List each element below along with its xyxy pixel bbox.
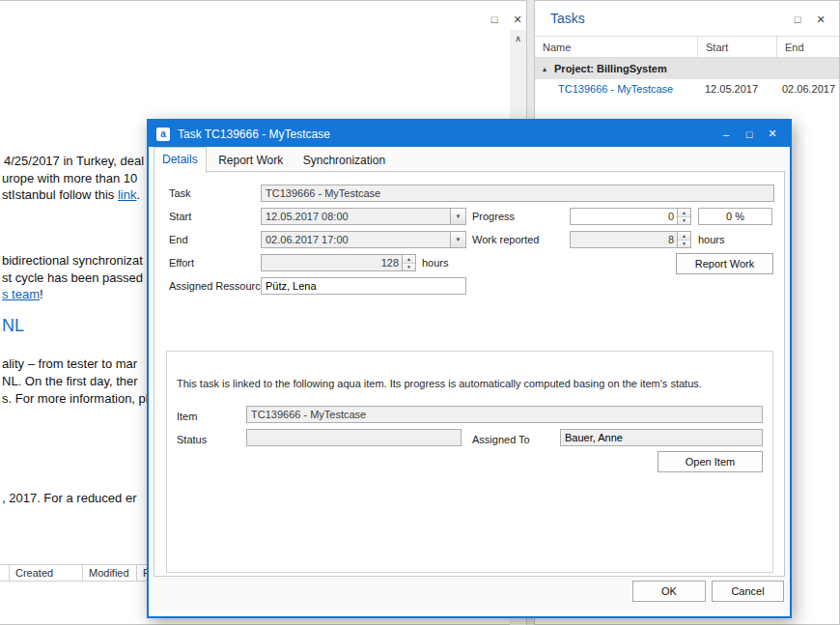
status-field[interactable]	[246, 429, 462, 446]
ok-button[interactable]: OK	[632, 581, 706, 602]
tab-synchronization[interactable]: Synchronization	[295, 149, 393, 171]
task-dialog: a Task TC139666 - MyTestcase – □ ✕ Detai…	[147, 119, 792, 618]
column-header-end[interactable]: End	[776, 37, 839, 57]
table-row[interactable]: TC139666 - MyTestcase 12.05.2017 02.06.2…	[535, 79, 839, 99]
document-text-line: , 2017. For a reduced er	[2, 491, 136, 505]
column-header-name[interactable]: Name	[535, 37, 697, 57]
document-hyperlink[interactable]: link	[118, 187, 137, 202]
table-header-indicator-cell	[0, 565, 10, 581]
document-text-line: s team!	[2, 287, 43, 301]
linked-item-description: This task is linked to the following aqu…	[177, 378, 702, 389]
tasks-grid-header: Name Start End	[535, 36, 839, 58]
chevron-down-icon[interactable]: ▼	[450, 209, 465, 224]
document-text-segment: .	[136, 187, 140, 202]
end-label: End	[169, 234, 188, 245]
spinner-buttons: ▲ ▼	[677, 232, 690, 247]
progress-percent-indicator: 0 %	[698, 208, 772, 225]
end-value: 02.06.2017 17:00	[262, 232, 450, 247]
assigned-to-value: Bauer, Anne	[561, 430, 762, 445]
spinner-buttons: ▲ ▼	[402, 255, 415, 270]
maximize-icon[interactable]: □	[738, 121, 761, 147]
document-text-line: s. For more information, pl	[2, 391, 149, 406]
close-icon[interactable]: ✕	[814, 13, 827, 26]
start-datetime-field[interactable]: 12.05.2017 08:00 ▼	[261, 208, 466, 225]
close-icon[interactable]: ✕	[761, 121, 784, 147]
dialog-titlebar[interactable]: a Task TC139666 - MyTestcase – □ ✕	[149, 121, 790, 147]
document-text-line: ality – from tester to mar	[2, 356, 137, 371]
tasks-window-controls: □ ✕	[791, 13, 827, 26]
item-value: TC139666 - MyTestcase	[247, 407, 762, 422]
assigned-to-label: Assigned To	[472, 434, 530, 445]
progress-label: Progress	[472, 211, 515, 222]
spin-up-icon[interactable]: ▲	[678, 209, 690, 216]
progress-value: 0	[571, 209, 677, 224]
table-header-created[interactable]: Created	[10, 565, 83, 581]
task-field[interactable]: TC139666 - MyTestcase	[261, 185, 774, 202]
dialog-title: Task TC139666 - MyTestcase	[178, 128, 330, 141]
column-header-start[interactable]: Start	[697, 37, 776, 57]
effort-spinner[interactable]: 128 ▲ ▼	[261, 254, 416, 271]
end-datetime-field[interactable]: 02.06.2017 17:00 ▼	[261, 231, 466, 248]
work-reported-value: 8	[571, 232, 677, 247]
document-text-segment: stIstanbul follow this	[2, 187, 118, 202]
cancel-button[interactable]: Cancel	[712, 581, 784, 602]
document-text-line: st cycle has been passed	[2, 270, 143, 285]
tab-strip: Details Report Work Synchronization	[154, 147, 785, 171]
document-text-line: bidirectional synchronizat	[2, 253, 143, 268]
maximize-icon[interactable]: □	[488, 13, 501, 26]
item-field[interactable]: TC139666 - MyTestcase	[246, 406, 763, 423]
effort-unit-label: hours	[422, 257, 449, 269]
document-text-line: 4/25/2017 in Turkey, deal	[4, 154, 144, 168]
open-item-button[interactable]: Open Item	[658, 451, 763, 472]
document-hyperlink[interactable]: s team	[2, 287, 40, 301]
chevron-down-icon[interactable]: ▼	[450, 232, 465, 247]
spin-down-icon[interactable]: ▼	[678, 216, 690, 225]
task-end-cell: 02.06.2017	[776, 83, 839, 95]
start-value: 12.05.2017 08:00	[262, 209, 450, 224]
table-header-modified[interactable]: Modified	[83, 565, 137, 581]
task-start-cell: 12.05.2017	[697, 83, 776, 95]
work-reported-unit-label: hours	[698, 234, 725, 245]
document-heading: NL	[2, 316, 24, 336]
grid-group-row[interactable]: ▴ Project: BillingSystem	[535, 58, 839, 79]
tab-details[interactable]: Details	[154, 147, 207, 173]
assigned-ressource-label: Assigned Ressource	[169, 280, 266, 292]
work-reported-label: Work reported	[472, 234, 540, 245]
spinner-buttons: ▲ ▼	[677, 209, 690, 224]
item-label: Item	[177, 411, 197, 422]
report-work-button[interactable]: Report Work	[676, 253, 773, 274]
dialog-app-icon: a	[156, 128, 170, 141]
tab-report-work[interactable]: Report Work	[210, 149, 291, 171]
spin-down-icon[interactable]: ▼	[678, 240, 690, 248]
assigned-ressource-value: Pütz, Lena	[262, 278, 465, 294]
status-value	[247, 430, 461, 445]
document-text-line: stIstanbul follow this link.	[2, 187, 140, 202]
minimize-icon[interactable]: –	[714, 121, 738, 147]
document-window-controls: □ ✕	[488, 13, 524, 26]
scroll-up-icon[interactable]: ∧	[510, 30, 526, 46]
dialog-body: Details Report Work Synchronization Task…	[149, 147, 790, 616]
tasks-panel-title: Tasks	[550, 11, 585, 26]
spin-up-icon[interactable]: ▲	[403, 255, 415, 263]
task-label: Task	[169, 187, 191, 199]
progress-spinner[interactable]: 0 ▲ ▼	[570, 208, 691, 225]
start-label: Start	[169, 211, 191, 222]
assigned-to-field[interactable]: Bauer, Anne	[560, 429, 763, 446]
close-icon[interactable]: ✕	[511, 13, 524, 26]
document-text-line: NL. On the first day, ther	[2, 374, 138, 388]
task-name-link[interactable]: TC139666 - MyTestcase	[558, 83, 673, 95]
spin-down-icon[interactable]: ▼	[403, 263, 415, 271]
dialog-window-controls: – □ ✕	[714, 121, 784, 147]
group-label: Project: BillingSystem	[554, 63, 667, 74]
effort-value: 128	[262, 255, 402, 270]
maximize-icon[interactable]: □	[791, 13, 804, 26]
group-expanded-icon[interactable]: ▴	[543, 65, 546, 73]
document-text-segment: !	[40, 287, 43, 301]
assigned-ressource-field[interactable]: Pütz, Lena	[261, 277, 466, 295]
work-reported-spinner[interactable]: 8 ▲ ▼	[570, 231, 691, 248]
task-value: TC139666 - MyTestcase	[262, 185, 773, 201]
effort-label: Effort	[169, 257, 194, 269]
status-label: Status	[177, 434, 207, 445]
document-text-line: urope with more than 10	[2, 171, 137, 185]
spin-up-icon[interactable]: ▲	[678, 232, 690, 240]
